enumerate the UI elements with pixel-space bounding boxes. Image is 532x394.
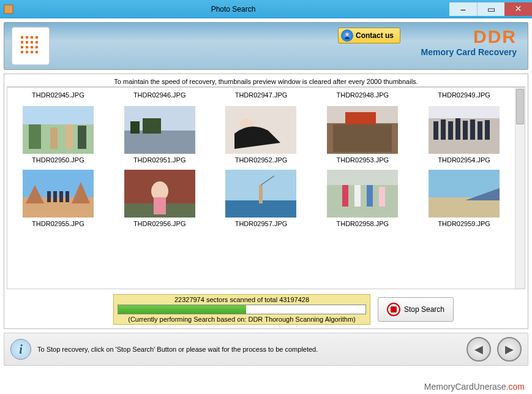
- thumbnail-filename: THDR02956.JPG: [114, 218, 206, 227]
- photo-icon: [429, 170, 500, 218]
- thumbnail-label[interactable]: THDR02946.JPG: [114, 90, 206, 101]
- thumbnail-label[interactable]: THDR02949.JPG: [418, 90, 510, 101]
- svg-rect-9: [21, 46, 23, 48]
- close-button[interactable]: ×: [504, 2, 532, 16]
- thumbnail-filename: THDR02952.JPG: [215, 154, 307, 164]
- svg-rect-3: [31, 36, 33, 39]
- svg-rect-41: [470, 119, 475, 140]
- svg-rect-63: [379, 187, 385, 206]
- app-logo: [12, 27, 50, 65]
- svg-rect-1: [21, 36, 23, 39]
- thumbnail-label[interactable]: THDR02945.JPG: [12, 90, 104, 101]
- thumbnail-pane: THDR02945.JPG THDR02946.JPG THDR02947.JP…: [7, 87, 525, 289]
- svg-rect-5: [21, 41, 23, 44]
- svg-rect-36: [433, 121, 438, 140]
- svg-rect-15: [31, 51, 33, 53]
- thumbnail-item[interactable]: THDR02959.JPG: [418, 165, 510, 229]
- svg-rect-21: [50, 127, 58, 149]
- thumbnail-item[interactable]: THDR02952.JPG: [215, 101, 307, 165]
- watermark: MemoryCardUnerase.com: [424, 382, 525, 392]
- photo-icon: [124, 170, 195, 218]
- svg-rect-62: [367, 185, 373, 206]
- contact-us-button[interactable]: Contact us: [338, 28, 400, 44]
- algorithm-text: (Currently performing Search based on: D…: [118, 316, 366, 323]
- thumbnail-label[interactable]: THDR02948.JPG: [317, 90, 408, 101]
- svg-rect-13: [21, 51, 23, 53]
- svg-rect-23: [78, 126, 86, 149]
- brand-block: DDR Memory Card Recovery: [421, 26, 517, 57]
- svg-rect-48: [59, 191, 63, 202]
- svg-rect-42: [478, 121, 482, 140]
- thumbnail-item[interactable]: THDR02953.JPG: [317, 101, 408, 165]
- svg-rect-59: [327, 170, 398, 185]
- person-icon: [341, 29, 353, 42]
- svg-rect-0: [4, 5, 13, 13]
- app-body: Contact us DDR Memory Card Recovery To m…: [0, 18, 532, 369]
- svg-rect-39: [455, 118, 460, 140]
- thumbnail-filename: THDR02959.JPG: [418, 218, 510, 227]
- thumbnail-item[interactable]: THDR02951.JPG: [114, 101, 206, 165]
- svg-rect-61: [354, 185, 361, 206]
- progress-row: 22327974 sectors scanned of total 431974…: [7, 293, 525, 326]
- photo-icon: [23, 106, 94, 154]
- svg-rect-35: [429, 106, 500, 118]
- photo-icon: [225, 106, 296, 154]
- svg-rect-6: [26, 41, 28, 44]
- stop-label: Stop Search: [404, 305, 444, 314]
- minimize-button[interactable]: –: [449, 2, 477, 16]
- thumbnail-item[interactable]: THDR02957.JPG: [215, 165, 307, 229]
- svg-rect-14: [26, 51, 28, 53]
- svg-rect-20: [29, 124, 41, 149]
- svg-rect-27: [130, 121, 140, 134]
- svg-rect-2: [26, 36, 28, 39]
- svg-rect-10: [26, 46, 28, 48]
- info-icon: i: [10, 339, 31, 360]
- svg-rect-33: [333, 124, 392, 152]
- svg-rect-32: [345, 112, 376, 124]
- stop-search-button[interactable]: Stop Search: [378, 297, 454, 322]
- svg-rect-49: [66, 191, 69, 202]
- thumbnail-item[interactable]: THDR02958.JPG: [317, 165, 408, 229]
- stop-icon: [387, 303, 400, 316]
- svg-rect-11: [31, 46, 33, 48]
- svg-rect-16: [36, 51, 38, 53]
- svg-rect-8: [36, 41, 38, 44]
- titlebar: Photo Search – ▭ ×: [0, 0, 532, 18]
- content-area: To maintain the speed of recovery, thumb…: [4, 74, 528, 329]
- photo-icon: [429, 106, 500, 154]
- photo-icon: [23, 170, 94, 218]
- thumbnail-item[interactable]: THDR02956.JPG: [114, 165, 206, 229]
- svg-rect-12: [36, 46, 38, 48]
- svg-rect-37: [441, 119, 446, 140]
- photo-icon: [327, 106, 398, 154]
- svg-rect-47: [53, 191, 57, 202]
- svg-rect-26: [143, 118, 161, 134]
- thumbnail-item[interactable]: THDR02955.JPG: [12, 165, 104, 229]
- progress-fill: [118, 305, 246, 314]
- thumbnail-filename: THDR02951.JPG: [114, 154, 206, 164]
- svg-rect-60: [342, 185, 348, 206]
- thumbnail-filename: THDR02950.JPG: [12, 154, 104, 164]
- progress-bar: [118, 305, 366, 314]
- info-strip: To maintain the speed of recovery, thumb…: [7, 77, 525, 87]
- scrollbar[interactable]: [515, 88, 525, 289]
- watermark-domain: MemoryCardUnerase: [424, 382, 506, 392]
- photo-icon: [225, 170, 296, 218]
- thumbnail-filename: THDR02958.JPG: [317, 218, 408, 227]
- svg-rect-56: [259, 185, 263, 203]
- svg-rect-19: [23, 106, 94, 124]
- scroll-thumb[interactable]: [516, 89, 524, 124]
- back-button[interactable]: ◀: [466, 337, 491, 362]
- photo-icon: [327, 170, 398, 218]
- svg-rect-38: [448, 121, 453, 140]
- thumbnail-item[interactable]: THDR02954.JPG: [418, 101, 510, 165]
- thumbnail-filename: THDR02955.JPG: [12, 218, 104, 227]
- maximize-button[interactable]: ▭: [477, 2, 504, 16]
- thumbnail-label[interactable]: THDR02947.JPG: [215, 90, 307, 101]
- sectors-progress-text: 22327974 sectors scanned of total 431974…: [118, 296, 366, 303]
- thumbnail-item[interactable]: THDR02950.JPG: [12, 101, 104, 165]
- window-controls: – ▭ ×: [449, 2, 532, 16]
- photo-icon: [124, 106, 195, 154]
- watermark-tld: .com: [506, 382, 525, 392]
- forward-button[interactable]: ▶: [497, 337, 522, 362]
